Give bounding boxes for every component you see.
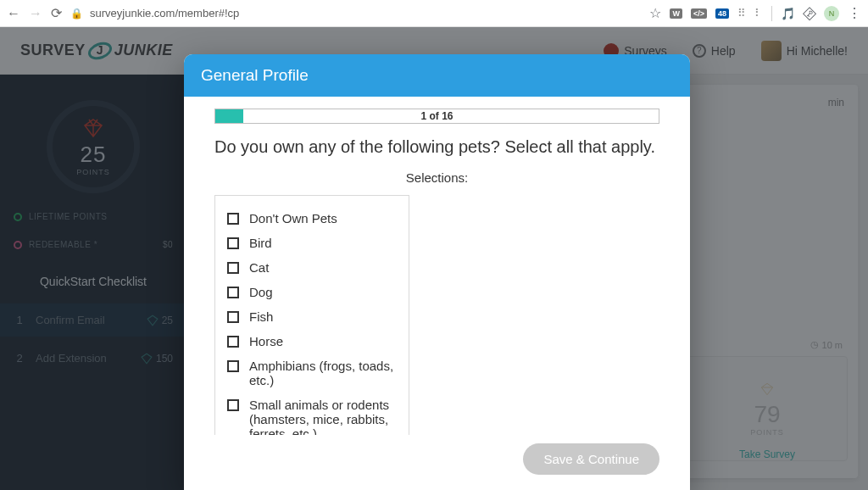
extension-icon[interactable]: ⠿	[737, 7, 746, 19]
option-fish[interactable]: Fish	[227, 304, 397, 329]
progress-bar: 1 of 16	[214, 109, 659, 124]
option-label: Don't Own Pets	[249, 211, 337, 226]
checkbox-icon	[227, 360, 239, 372]
browser-menu-icon[interactable]: ⋮	[848, 5, 861, 21]
option-dog[interactable]: Dog	[227, 280, 397, 304]
checkbox-icon	[227, 237, 239, 249]
option-label: Dog	[249, 285, 273, 299]
separator	[771, 6, 772, 21]
profile-avatar-icon[interactable]: N	[824, 6, 839, 21]
selections-heading: Selections:	[214, 170, 659, 185]
checkbox-icon	[227, 262, 239, 274]
url-text: surveyjunkie.com/member#!cp	[90, 7, 239, 19]
question-text: Do you own any of the following pets? Se…	[214, 137, 659, 157]
option-dont-own-pets[interactable]: Don't Own Pets	[227, 206, 397, 231]
options-list: Don't Own Pets Bird Cat Dog Fish Horse A…	[214, 195, 409, 435]
option-horse[interactable]: Horse	[227, 329, 397, 354]
extension-icon[interactable]: ⠇	[754, 7, 763, 19]
browser-forward-icon[interactable]: →	[29, 7, 42, 20]
extension-icon[interactable]: </>	[691, 8, 707, 19]
general-profile-modal: General Profile 1 of 16 Do you own any o…	[184, 54, 690, 490]
bookmark-star-icon[interactable]: ☆	[649, 5, 661, 21]
browser-reload-icon[interactable]: ⟳	[51, 7, 62, 20]
checkbox-icon	[227, 213, 239, 225]
option-small-animals[interactable]: Small animals or rodents (hamsters, mice…	[227, 393, 397, 435]
option-label: Small animals or rodents (hamsters, mice…	[249, 398, 397, 435]
option-amphibians[interactable]: Amphibians (frogs, toads, etc.)	[227, 354, 397, 393]
option-label: Amphibians (frogs, toads, etc.)	[249, 359, 397, 387]
browser-back-icon[interactable]: ←	[7, 7, 20, 20]
browser-toolbar: ← → ⟳ 🔒 surveyjunkie.com/member#!cp ☆ W …	[0, 0, 868, 27]
option-bird[interactable]: Bird	[227, 231, 397, 255]
option-cat[interactable]: Cat	[227, 255, 397, 280]
extension-badge[interactable]: 48	[715, 8, 729, 19]
extension-icon[interactable]: W	[670, 8, 682, 19]
checkbox-icon	[227, 311, 239, 323]
option-label: Fish	[249, 309, 273, 324]
address-bar[interactable]: 🔒 surveyjunkie.com/member#!cp	[70, 7, 641, 19]
option-label: Cat	[249, 260, 269, 275]
saved-passwords-icon[interactable]: ⚿	[800, 4, 818, 22]
progress-text: 1 of 16	[215, 109, 659, 123]
checkbox-icon	[227, 336, 239, 348]
media-icon[interactable]: 🎵	[781, 7, 795, 20]
lock-icon: 🔒	[70, 8, 83, 19]
save-continue-button[interactable]: Save & Continue	[523, 443, 659, 475]
checkbox-icon	[227, 399, 239, 411]
modal-title: General Profile	[184, 54, 690, 97]
option-label: Horse	[249, 334, 283, 348]
option-label: Bird	[249, 236, 272, 250]
checkbox-icon	[227, 287, 239, 298]
